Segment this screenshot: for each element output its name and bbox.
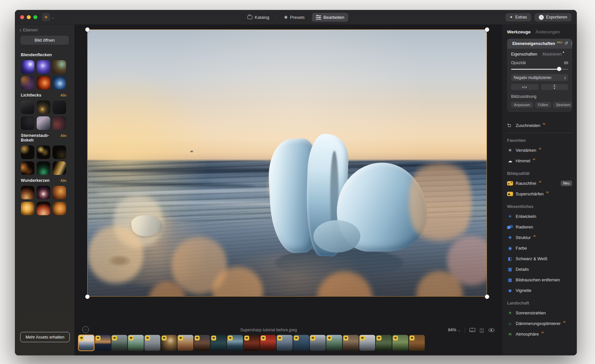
- asset-thumbnail[interactable]: [37, 186, 50, 199]
- tab-presets[interactable]: ❋ Presets: [280, 13, 309, 22]
- zoom-button[interactable]: [33, 15, 37, 19]
- filmstrip-thumbnail[interactable]: [260, 335, 276, 351]
- filmstrip-thumbnail[interactable]: [211, 335, 226, 351]
- filmstrip-thumbnail[interactable]: [376, 335, 392, 351]
- flip-vertical-button[interactable]: ▸|◂: [541, 84, 569, 90]
- tool-superschärfen[interactable]: SuperschärfenAI: [507, 188, 572, 199]
- minimize-button[interactable]: [27, 15, 31, 19]
- filmstrip-thumbnail[interactable]: [128, 335, 144, 351]
- filmstrip-thumbnail[interactable]: [78, 335, 94, 351]
- asset-thumbnail[interactable]: [53, 101, 66, 114]
- fill-button[interactable]: Füllen: [535, 102, 551, 108]
- asset-thumbnail[interactable]: [21, 116, 34, 130]
- selection-handle-top-left[interactable]: [85, 27, 90, 32]
- filmstrip-thumbnail[interactable]: [95, 335, 111, 351]
- open-image-button[interactable]: Bild öffnen: [20, 36, 69, 45]
- more-options-icon[interactable]: ⋯: [82, 326, 89, 333]
- asset-thumbnail[interactable]: [37, 60, 50, 74]
- filmstrip-thumbnail[interactable]: [111, 335, 127, 351]
- asset-section-all-link[interactable]: Alle: [60, 93, 66, 97]
- tool-dämmerungsoptimierer[interactable]: ☼DämmerungsoptimiererAI: [507, 318, 572, 329]
- slider-knob[interactable]: [557, 67, 561, 71]
- fit-button[interactable]: Anpassen: [511, 102, 533, 108]
- tool-bildrauschen-entfernen[interactable]: ▩Bildrauschen entfernen: [507, 274, 572, 285]
- tool-verstärken[interactable]: ✳VerstärkenAI: [507, 145, 572, 155]
- tool-vignette[interactable]: ◙Vignette: [507, 285, 572, 296]
- asset-thumbnail[interactable]: [21, 202, 34, 215]
- blend-mode-dropdown[interactable]: Negativ multiplizieren ▴ ▾: [511, 74, 568, 81]
- filmstrip-thumbnail[interactable]: [144, 335, 160, 351]
- asset-thumbnail[interactable]: [53, 60, 66, 74]
- tab-bearbeiten[interactable]: Bearbeiten: [312, 13, 348, 22]
- asset-section-all-link[interactable]: Alle: [60, 134, 66, 138]
- filmstrip-thumbnail[interactable]: [326, 335, 342, 351]
- tool-schwarz-weiß[interactable]: ◧Schwarz & Weiß: [507, 253, 572, 264]
- zoom-control[interactable]: 84% ⌄: [448, 328, 460, 332]
- tool-farbe[interactable]: ◉Farbe: [507, 243, 572, 253]
- tool-struktur[interactable]: ❖StrukturAI: [507, 232, 572, 243]
- stretch-button[interactable]: Strecken: [553, 102, 572, 108]
- asset-thumbnail[interactable]: [21, 145, 34, 159]
- chevron-down-icon[interactable]: ⌄: [52, 15, 55, 20]
- filmstrip-thumbnail[interactable]: [277, 335, 293, 351]
- undo-icon[interactable]: ↺: [565, 41, 568, 47]
- app-icon[interactable]: ✳: [42, 13, 50, 21]
- compare-icon[interactable]: ◫: [480, 328, 484, 333]
- flip-horizontal-button[interactable]: ▸|◂: [511, 84, 538, 90]
- filmstrip-thumbnail[interactable]: [343, 335, 359, 351]
- filmstrip-toggle-icon[interactable]: [469, 328, 475, 332]
- filmstrip-thumbnail[interactable]: [392, 335, 408, 351]
- asset-thumbnail[interactable]: [53, 145, 66, 159]
- tab-katalog[interactable]: Katalog: [244, 13, 273, 22]
- asset-thumbnail[interactable]: [37, 161, 50, 175]
- asset-thumbnail[interactable]: [53, 202, 66, 215]
- info-icon[interactable]: ⓘ: [571, 41, 572, 47]
- tool-details[interactable]: ▦Details: [507, 264, 572, 274]
- filmstrip-thumbnail[interactable]: [244, 335, 259, 351]
- layer-properties-header[interactable]: Ebeneneigenschaften PRO ↺ ⓘ: [507, 39, 572, 49]
- asset-thumbnail[interactable]: [21, 60, 34, 74]
- selection-handle-bottom-right[interactable]: [485, 295, 489, 299]
- tool-entwickeln[interactable]: ☀Entwickeln: [507, 211, 572, 222]
- get-more-assets-button[interactable]: Mehr Assets erhalten: [20, 332, 70, 342]
- asset-thumbnail[interactable]: [21, 186, 34, 199]
- asset-thumbnail[interactable]: [37, 145, 50, 159]
- tool-atmosphäre[interactable]: ≋AtmosphäreAI: [507, 329, 572, 339]
- filmstrip-thumbnail[interactable]: [293, 335, 309, 351]
- canvas-image[interactable]: [87, 29, 487, 297]
- asset-thumbnail[interactable]: [37, 76, 50, 90]
- asset-thumbnail[interactable]: [53, 116, 66, 130]
- tool-rauschfrei[interactable]: RauschfreiAINeu: [507, 178, 572, 188]
- selection-handle-bottom-left[interactable]: [85, 295, 90, 299]
- filmstrip-thumbnail[interactable]: [178, 335, 193, 351]
- filmstrip-thumbnail[interactable]: [310, 335, 326, 351]
- tab-maskieren[interactable]: Maskieren: [542, 52, 562, 57]
- close-button[interactable]: [20, 15, 24, 19]
- tool-zuschneiden[interactable]: ZuschneidenAI: [507, 120, 572, 131]
- export-button[interactable]: ↑ Exportieren: [535, 13, 572, 21]
- asset-thumbnail[interactable]: [53, 161, 66, 175]
- asset-thumbnail[interactable]: [21, 101, 34, 114]
- asset-thumbnail[interactable]: [53, 76, 66, 90]
- asset-thumbnail[interactable]: [21, 76, 34, 90]
- asset-thumbnail[interactable]: [37, 202, 50, 215]
- filmstrip-thumbnail[interactable]: [194, 335, 210, 351]
- back-to-layers[interactable]: ‹ Ebenen: [15, 26, 74, 35]
- filmstrip-thumbnail[interactable]: [409, 335, 425, 351]
- filmstrip-thumbnail[interactable]: [359, 335, 375, 351]
- opacity-slider[interactable]: [511, 67, 568, 71]
- tab-eigenschaften[interactable]: Eigenschaften: [511, 52, 537, 57]
- filmstrip-thumbnail[interactable]: [161, 335, 177, 351]
- filmstrip-thumbnail[interactable]: [227, 335, 243, 351]
- asset-section-all-link[interactable]: Alle: [60, 179, 66, 182]
- asset-thumbnail[interactable]: [37, 101, 50, 114]
- tab-werkzeuge[interactable]: Werkzeuge: [507, 29, 531, 34]
- preview-eye-icon[interactable]: [489, 328, 495, 332]
- tool-sonnenstrahlen[interactable]: ☀Sonnenstrahlen: [507, 307, 572, 318]
- asset-thumbnail[interactable]: [53, 186, 66, 199]
- asset-thumbnail[interactable]: [21, 161, 34, 175]
- tab-aenderungen[interactable]: Änderungen: [536, 29, 560, 34]
- tool-radieren[interactable]: Radieren: [507, 222, 572, 232]
- tool-himmel[interactable]: ☁HimmelAI: [507, 155, 572, 166]
- asset-thumbnail[interactable]: [37, 116, 50, 130]
